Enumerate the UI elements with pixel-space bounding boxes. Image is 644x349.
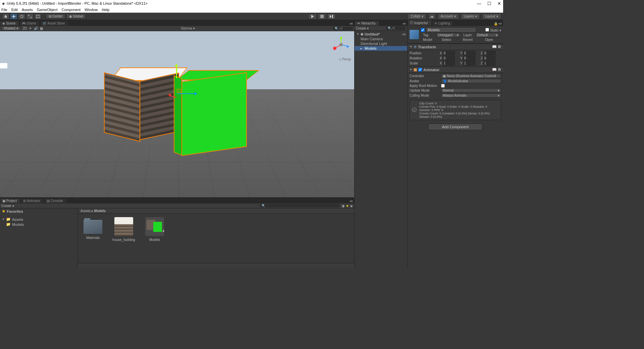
active-checkbox[interactable]	[421, 28, 425, 32]
avatar-field[interactable]: 👤ModelsAvatar	[441, 79, 501, 83]
select-button[interactable]: Select	[436, 38, 457, 42]
move-tool-button[interactable]	[10, 13, 17, 19]
add-component-button[interactable]: Add Component	[428, 123, 483, 130]
update-mode-dropdown[interactable]: Normal▾	[441, 88, 501, 93]
shading-mode-dropdown[interactable]: Shaded ▾	[1, 26, 20, 31]
tab-console[interactable]: ▤Console	[44, 198, 67, 203]
apply-root-checkbox[interactable]	[441, 84, 445, 88]
scene-root[interactable]: ▼◈Untitled*▪≡	[355, 32, 407, 37]
panel-options-icon[interactable]: ▪≡	[350, 199, 353, 203]
favorites-header[interactable]: ★Favorites	[0, 208, 77, 214]
scale-tool-button[interactable]	[26, 13, 34, 19]
pause-button[interactable]	[318, 13, 326, 19]
hierarchy-models[interactable]: ▸Models	[355, 46, 407, 51]
menu-help[interactable]: Help	[102, 8, 109, 12]
tab-asset-store[interactable]: 🛒Asset Store	[40, 21, 69, 26]
tab-project[interactable]: ▣Project	[0, 198, 20, 203]
pos-z[interactable]	[483, 51, 495, 55]
tab-hierarchy[interactable]: ≔Hierarchy	[355, 21, 379, 26]
scene-search[interactable]: 🔍 All	[333, 27, 353, 30]
transform-component-header[interactable]: ▼⊹Transform📖 ⚙	[408, 44, 503, 50]
play-button[interactable]	[308, 13, 317, 19]
layer-dropdown[interactable]: Default▾	[476, 33, 499, 37]
tab-inspector[interactable]: ⓘInspector	[408, 20, 432, 26]
models-folder-tree[interactable]: 📁Models	[0, 222, 77, 227]
assets-root[interactable]: ▼📁Assets	[0, 217, 77, 222]
pos-y[interactable]	[463, 51, 475, 55]
panel-options-icon[interactable]: 🔒 ▪≡	[494, 22, 502, 26]
y-axis-handle[interactable]	[176, 65, 177, 78]
lighting-toggle-icon[interactable]: ☀	[29, 27, 32, 30]
menu-assets[interactable]: Assets	[22, 8, 33, 12]
scene-view[interactable]: ◁ Persp	[0, 31, 354, 197]
rotate-tool-button[interactable]	[18, 13, 25, 19]
projection-label[interactable]: ◁ Persp	[338, 57, 351, 61]
breadcrumb-assets[interactable]: Assets	[80, 209, 91, 213]
static-checkbox[interactable]	[485, 28, 489, 32]
pivot-center-button[interactable]: ⊞Center	[46, 14, 65, 19]
menu-window[interactable]: Window	[85, 8, 98, 12]
tag-dropdown[interactable]: Untagged▾	[436, 33, 460, 37]
help-icon[interactable]: 📖 ⚙	[492, 67, 501, 72]
pivot-global-button[interactable]: ◉Global	[66, 14, 86, 19]
plane-handle[interactable]	[177, 89, 181, 93]
maximize-button[interactable]: ☐	[487, 1, 491, 6]
tab-game[interactable]: 🎮Game	[19, 21, 40, 26]
layout-dropdown[interactable]: Layout▾	[482, 13, 501, 19]
rot-y[interactable]	[463, 56, 475, 60]
scale-z[interactable]	[483, 61, 495, 65]
animator-component-header[interactable]: ▼▦Animator📖 ⚙	[408, 66, 503, 73]
asset-models[interactable]: ▸ Models	[143, 217, 166, 242]
favorite-filter-icon[interactable]: ★	[346, 204, 349, 208]
hierarchy-directional-light[interactable]: Directional Light	[355, 41, 407, 46]
open-button[interactable]: Open	[479, 38, 499, 42]
scene-options-icon[interactable]: ▪≡	[402, 32, 406, 36]
help-icon[interactable]: 📖 ⚙	[492, 45, 501, 49]
rot-z[interactable]	[483, 56, 495, 60]
step-button[interactable]	[327, 13, 336, 19]
panel-options-icon[interactable]: ▪≡	[403, 22, 406, 26]
collab-dropdown[interactable]: Collab▾	[408, 13, 426, 19]
create-dropdown[interactable]: Create ▾	[356, 27, 369, 30]
scale-x[interactable]	[443, 61, 455, 65]
asset-house-building[interactable]: house_building	[112, 217, 136, 242]
tab-scene[interactable]: ◈Scene	[0, 21, 19, 26]
2d-toggle[interactable]: 2D	[22, 27, 27, 30]
layers-dropdown[interactable]: Layers▾	[461, 13, 480, 19]
save-search-icon[interactable]: ◈	[350, 204, 353, 208]
panel-options-icon[interactable]: ▪≡	[350, 22, 353, 26]
tab-lighting[interactable]: ☀Lighting	[432, 21, 454, 26]
account-dropdown[interactable]: Account▾	[438, 13, 459, 19]
x-axis-handle[interactable]	[177, 93, 196, 94]
tab-animator[interactable]: ⊞Animator	[21, 198, 44, 203]
rot-x[interactable]	[443, 56, 455, 60]
create-dropdown[interactable]: Create ▾	[1, 204, 14, 208]
filter-icon[interactable]: ◑	[341, 204, 344, 208]
close-button[interactable]: ✕	[497, 1, 501, 6]
scale-y[interactable]	[463, 61, 475, 65]
fx-toggle-icon[interactable]: ▦	[40, 27, 43, 30]
asset-materials[interactable]: Materials	[81, 217, 105, 240]
object-name-field[interactable]	[426, 27, 476, 33]
pos-x[interactable]	[443, 51, 455, 55]
animator-enabled-checkbox[interactable]	[418, 68, 422, 71]
menu-component[interactable]: Component	[61, 8, 80, 12]
audio-toggle-icon[interactable]: 🔊	[34, 27, 38, 30]
orientation-gizmo[interactable]	[333, 35, 350, 55]
minimize-button[interactable]: —	[477, 1, 481, 6]
breadcrumb-models[interactable]: Models	[94, 209, 106, 213]
rect-tool-button[interactable]	[34, 13, 42, 19]
hierarchy-search[interactable]: 🔍All	[386, 27, 406, 30]
textured-cube[interactable]	[104, 67, 179, 138]
menu-edit[interactable]: Edit	[11, 8, 18, 12]
gizmos-dropdown[interactable]: Gizmos ▾	[181, 27, 195, 30]
revert-button[interactable]: Revert	[458, 38, 478, 42]
controller-field[interactable]: ▣None (Runtime Animator Controll	[441, 74, 501, 78]
menu-gameobject[interactable]: GameObject	[37, 8, 58, 12]
green-cube[interactable]	[174, 70, 251, 156]
cloud-button[interactable]: ☁	[428, 13, 436, 19]
project-search[interactable]: 🔍	[260, 204, 340, 207]
culling-mode-dropdown[interactable]: Always Animate▾	[441, 93, 501, 98]
hand-tool-button[interactable]	[2, 13, 9, 19]
hierarchy-main-camera[interactable]: Main Camera	[355, 37, 407, 41]
